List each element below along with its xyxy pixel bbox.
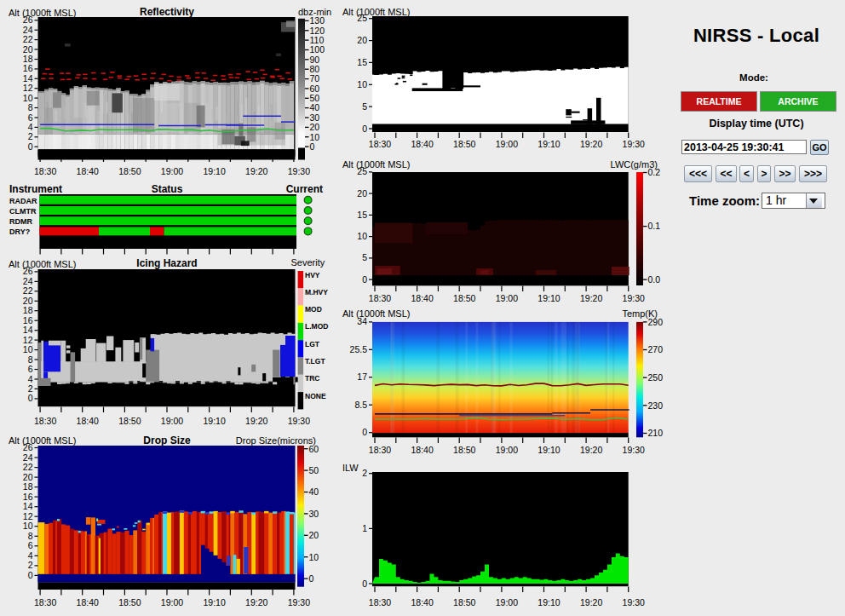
svg-text:NONE: NONE	[305, 392, 326, 400]
svg-text:60: 60	[309, 444, 319, 454]
svg-text:19:30: 19:30	[288, 597, 310, 607]
svg-text:8: 8	[28, 102, 33, 112]
svg-text:19:20: 19:20	[245, 416, 267, 426]
svg-text:18:50: 18:50	[453, 293, 475, 303]
svg-text:20: 20	[23, 296, 33, 306]
svg-text:20: 20	[23, 472, 33, 482]
svg-text:18:30: 18:30	[369, 597, 391, 607]
svg-text:50: 50	[309, 465, 319, 475]
svg-text:14: 14	[23, 325, 33, 335]
svg-text:18:40: 18:40	[77, 597, 99, 607]
svg-text:0: 0	[309, 573, 314, 584]
svg-text:18: 18	[23, 481, 33, 492]
svg-text:270: 270	[648, 344, 664, 354]
svg-text:18:40: 18:40	[77, 416, 99, 426]
svg-text:19:00: 19:00	[161, 166, 183, 176]
svg-text:CLMTR: CLMTR	[9, 207, 37, 216]
svg-text:HVY: HVY	[305, 271, 320, 279]
svg-text:19:30: 19:30	[623, 139, 645, 149]
svg-text:12: 12	[23, 83, 33, 93]
svg-text:20: 20	[23, 44, 33, 55]
svg-text:24: 24	[23, 25, 33, 35]
svg-text:20: 20	[357, 188, 367, 199]
svg-text:Alt (1000ft MSL): Alt (1000ft MSL)	[9, 259, 76, 269]
svg-text:25: 25	[357, 166, 367, 176]
svg-text:18:30: 18:30	[34, 597, 56, 607]
svg-text:18: 18	[23, 305, 33, 315]
svg-text:19:00: 19:00	[496, 445, 518, 455]
svg-text:18:30: 18:30	[369, 445, 391, 455]
svg-text:18:50: 18:50	[118, 166, 141, 176]
svg-text:19:30: 19:30	[623, 597, 645, 607]
svg-text:20: 20	[357, 35, 367, 45]
svg-text:TRC: TRC	[305, 374, 319, 383]
svg-text:10: 10	[357, 231, 367, 241]
svg-text:0.0: 0.0	[648, 274, 661, 285]
svg-text:26: 26	[23, 266, 33, 276]
svg-text:40: 40	[309, 486, 319, 497]
svg-text:18:50: 18:50	[453, 445, 475, 455]
svg-text:18:30: 18:30	[369, 139, 391, 149]
svg-text:110: 110	[310, 35, 325, 45]
svg-text:18: 18	[23, 54, 33, 64]
svg-text:4: 4	[28, 122, 33, 132]
svg-text:20: 20	[310, 122, 320, 132]
svg-text:5: 5	[362, 101, 367, 112]
svg-text:40: 40	[310, 102, 320, 112]
svg-text:14: 14	[23, 73, 33, 83]
svg-text:10: 10	[357, 79, 367, 89]
svg-text:16: 16	[23, 315, 33, 325]
svg-text:19:10: 19:10	[537, 597, 560, 607]
svg-text:34: 34	[357, 316, 367, 326]
svg-text:LGT: LGT	[305, 340, 320, 348]
svg-text:10: 10	[23, 344, 33, 354]
svg-text:Alt (1000ft MSL): Alt (1000ft MSL)	[9, 8, 76, 18]
svg-text:19:30: 19:30	[288, 166, 310, 176]
svg-text:0: 0	[362, 427, 367, 437]
svg-text:22: 22	[23, 462, 33, 472]
svg-text:19:20: 19:20	[245, 597, 267, 607]
svg-text:T.LGT: T.LGT	[305, 357, 325, 366]
svg-text:Status: Status	[152, 183, 183, 195]
svg-text:18:40: 18:40	[77, 166, 99, 176]
svg-text:22: 22	[23, 34, 33, 44]
svg-text:24: 24	[23, 452, 33, 463]
svg-text:17: 17	[357, 371, 367, 382]
svg-text:12: 12	[23, 511, 33, 521]
svg-text:0: 0	[362, 579, 367, 589]
svg-text:290: 290	[648, 317, 664, 327]
svg-text:Icing Hazard: Icing Hazard	[136, 257, 197, 269]
svg-text:19:20: 19:20	[580, 445, 602, 455]
svg-text:6: 6	[28, 540, 33, 550]
svg-text:19:00: 19:00	[496, 139, 518, 149]
svg-text:6: 6	[28, 364, 33, 374]
svg-text:15: 15	[357, 210, 367, 220]
svg-text:Current: Current	[286, 183, 323, 195]
svg-text:RDMR: RDMR	[9, 217, 32, 226]
svg-text:250: 250	[648, 372, 664, 383]
svg-text:19:00: 19:00	[496, 293, 518, 303]
svg-text:19:10: 19:10	[537, 293, 560, 303]
svg-text:M.HVY: M.HVY	[305, 288, 328, 296]
svg-text:19:30: 19:30	[288, 416, 310, 426]
svg-text:Drop Size: Drop Size	[143, 435, 191, 446]
svg-text:20: 20	[309, 530, 319, 540]
svg-text:14: 14	[23, 501, 33, 511]
svg-text:0: 0	[362, 124, 367, 134]
svg-text:100: 100	[310, 44, 325, 55]
svg-text:15: 15	[357, 57, 367, 67]
svg-text:MOD: MOD	[305, 305, 322, 314]
svg-text:30: 30	[309, 509, 319, 519]
svg-text:19:10: 19:10	[203, 166, 225, 176]
svg-text:130: 130	[310, 15, 325, 26]
svg-text:18:50: 18:50	[118, 416, 141, 426]
svg-text:16: 16	[23, 63, 33, 73]
svg-text:18:30: 18:30	[34, 166, 56, 176]
svg-text:230: 230	[648, 400, 664, 411]
svg-text:19:30: 19:30	[623, 293, 645, 303]
svg-text:Alt (1000ft MSL): Alt (1000ft MSL)	[342, 308, 410, 319]
svg-text:0: 0	[362, 274, 367, 285]
svg-text:19:10: 19:10	[537, 139, 560, 149]
svg-text:RADAR: RADAR	[9, 197, 37, 205]
svg-text:L.MOD: L.MOD	[305, 322, 328, 331]
